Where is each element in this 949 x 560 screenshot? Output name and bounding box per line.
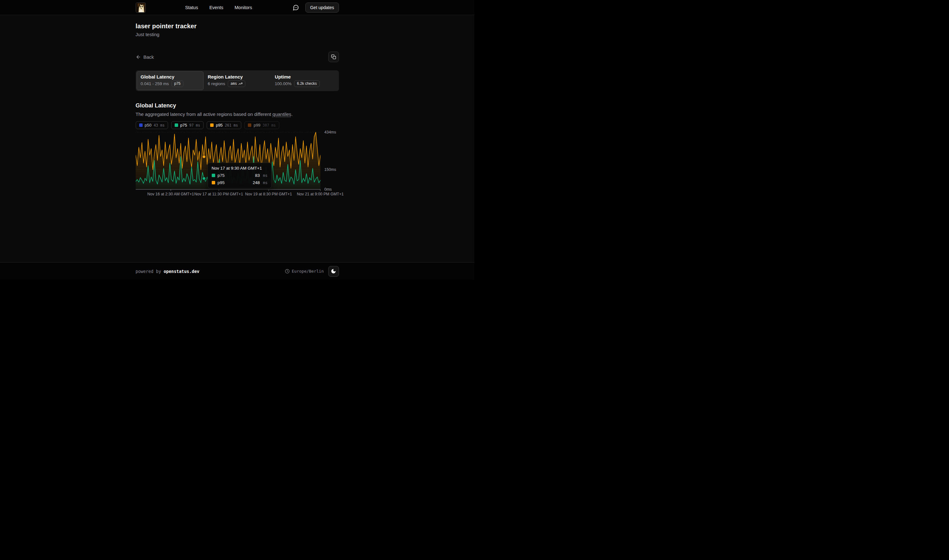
tab-value: 0.041 - 259 ms (141, 82, 169, 86)
status-page: Status Events Monitors Get updates laser… (0, 0, 474, 280)
quantiles-link[interactable]: quantiles (272, 111, 291, 117)
main-area: laser pointer tracker Just testing Back (0, 15, 474, 262)
moon-icon (331, 269, 336, 274)
top-nav: Status Events Monitors Get updates (0, 0, 474, 15)
nav-link-events[interactable]: Events (209, 5, 223, 10)
chart-legend: p50 43 ms p75 97 ms p95 261 ms p99 307 m… (136, 121, 339, 129)
timezone: Europe/Berlin (285, 269, 324, 274)
tab-value: 100.00% (275, 82, 292, 86)
legend-chip-p99[interactable]: p99 307 ms (245, 121, 279, 129)
primary-nav: Status Events Monitors (146, 5, 292, 10)
checks-badge: 6.2k checks (294, 80, 320, 87)
legend-chip-p95[interactable]: p95 261 ms (207, 121, 241, 129)
x-tick-label: Nov 21 at 9:00 PM GMT+1 (297, 192, 344, 196)
powered-by: powered by openstatus.dev (136, 269, 200, 274)
tab-region-latency[interactable]: Region Latency 6 regions ams (203, 71, 271, 90)
page-subtitle: Just testing (136, 32, 339, 37)
x-axis-labels: Nov 16 at 2:30 AM GMT+1Nov 17 at 11:30 P… (136, 192, 320, 198)
tab-title: Global Latency (141, 74, 200, 80)
region-badge: ams (228, 80, 246, 87)
section-description: The aggregated latency from all active r… (136, 111, 339, 117)
message-circle-icon (293, 5, 299, 11)
tooltip-p95-swatch (212, 181, 215, 185)
theme-toggle-button[interactable] (328, 266, 339, 277)
page-title: laser pointer tracker (136, 23, 339, 30)
feedback-button[interactable] (292, 3, 300, 12)
openstatus-link[interactable]: openstatus.dev (164, 269, 200, 274)
tooltip-p75-swatch (212, 174, 215, 177)
tab-value: 6 regions (208, 82, 225, 86)
y-tick-label: 150ms (325, 168, 337, 172)
legend-chip-p50[interactable]: p50 43 ms (136, 121, 168, 129)
cat-logo-image (136, 3, 145, 12)
p95-swatch (210, 123, 214, 127)
x-tick-label: Nov 19 at 8:30 PM GMT+1 (245, 192, 292, 196)
page-footer: powered by openstatus.dev Europe/Berlin (0, 262, 474, 280)
copy-link-button[interactable] (328, 51, 339, 62)
p75-swatch (175, 123, 178, 127)
copy-icon (331, 54, 336, 59)
p99-swatch (248, 123, 251, 127)
latency-chart[interactable]: 434ms150ms0ms Nov 16 at 2:30 AM GMT+1Nov… (136, 132, 339, 199)
nav-link-monitors[interactable]: Monitors (235, 5, 252, 10)
y-tick-label: 0ms (325, 187, 332, 192)
quantile-badge: p75 (172, 80, 183, 87)
clock-icon (285, 269, 290, 274)
back-button[interactable]: Back (136, 54, 154, 60)
chart-tooltip: Nov 17 at 9:30 AM GMT+1 p75 83ms p95 248… (208, 163, 272, 188)
tooltip-title: Nov 17 at 9:30 AM GMT+1 (212, 166, 268, 171)
legend-chip-p75[interactable]: p75 97 ms (171, 121, 203, 129)
back-label: Back (143, 54, 154, 60)
tab-title: Region Latency (208, 74, 267, 80)
trending-up-icon (238, 82, 243, 86)
x-tick-label: Nov 16 at 2:30 AM GMT+1 (147, 192, 194, 196)
p50-swatch (139, 123, 143, 127)
tooltip-row-p95: p95 248ms (212, 180, 268, 185)
nav-link-status[interactable]: Status (185, 5, 198, 10)
tab-title: Uptime (275, 74, 334, 80)
metric-tabs: Global Latency 0.041 - 259 ms p75 Region… (136, 70, 339, 91)
site-logo[interactable] (136, 3, 146, 12)
x-tick-label: Nov 17 at 11:30 PM GMT+1 (194, 192, 243, 196)
section-title: Global Latency (136, 102, 339, 109)
arrow-left-icon (136, 54, 141, 60)
get-updates-button[interactable]: Get updates (305, 3, 338, 12)
tab-uptime[interactable]: Uptime 100.00% 6.2k checks (271, 71, 338, 90)
y-tick-label: 434ms (325, 130, 337, 134)
tab-global-latency[interactable]: Global Latency 0.041 - 259 ms p75 (137, 71, 204, 90)
tooltip-row-p75: p75 83ms (212, 173, 268, 178)
